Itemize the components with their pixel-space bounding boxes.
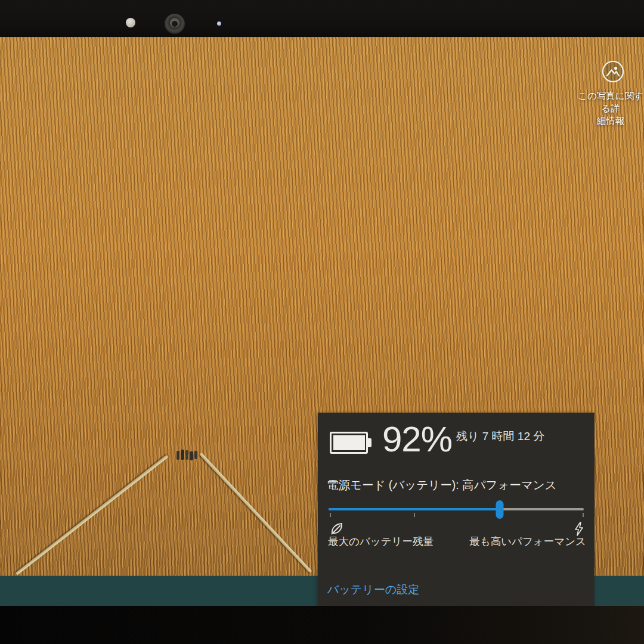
front-camera-lens bbox=[165, 14, 185, 34]
battery-remaining: 残り 7 時間 12 分 bbox=[456, 429, 544, 444]
battery-large-fill bbox=[333, 435, 365, 450]
person-silhouette bbox=[194, 451, 197, 459]
battery-large-icon bbox=[330, 432, 368, 454]
top-bezel bbox=[0, 0, 644, 37]
slider-left-label: 最大のバッテリー残量 bbox=[328, 534, 434, 549]
person-silhouette bbox=[177, 451, 179, 460]
person-silhouette bbox=[181, 450, 184, 460]
power-slider-fill bbox=[329, 508, 500, 510]
slider-tick bbox=[583, 513, 584, 517]
person-silhouette bbox=[185, 450, 188, 460]
person-silhouette bbox=[190, 451, 193, 460]
bottom-bezel bbox=[0, 606, 644, 644]
battery-settings-link[interactable]: バッテリーの設定 bbox=[327, 582, 419, 597]
tablet-device: この写真に関する詳 細情報 92% 残り 7 時間 12 分 電源モード (バッ… bbox=[0, 0, 644, 644]
power-mode-label: 電源モード (バッテリー): 高パフォーマンス bbox=[327, 477, 557, 493]
slider-tick bbox=[414, 513, 415, 517]
power-slider[interactable] bbox=[329, 500, 584, 520]
slider-right-label: 最も高いパフォーマンス bbox=[469, 534, 586, 549]
spotlight-text-line1[interactable]: この写真に関する詳 bbox=[577, 89, 644, 114]
screen: この写真に関する詳 細情報 92% 残り 7 時間 12 分 電源モード (バッ… bbox=[0, 37, 644, 606]
ir-sensor-dot bbox=[126, 18, 135, 27]
spotlight-text-line2[interactable]: 細情報 bbox=[577, 114, 644, 127]
slider-tick bbox=[330, 513, 331, 517]
photo-info-icon[interactable] bbox=[601, 60, 644, 83]
battery-flyout: 92% 残り 7 時間 12 分 電源モード (バッテリー): 高パフォーマンス bbox=[318, 413, 595, 606]
spotlight-widget: この写真に関する詳 細情報 bbox=[577, 60, 644, 127]
power-slider-handle[interactable] bbox=[496, 500, 503, 519]
camera-led-dot bbox=[217, 21, 221, 26]
battery-percent: 92% bbox=[382, 419, 452, 460]
